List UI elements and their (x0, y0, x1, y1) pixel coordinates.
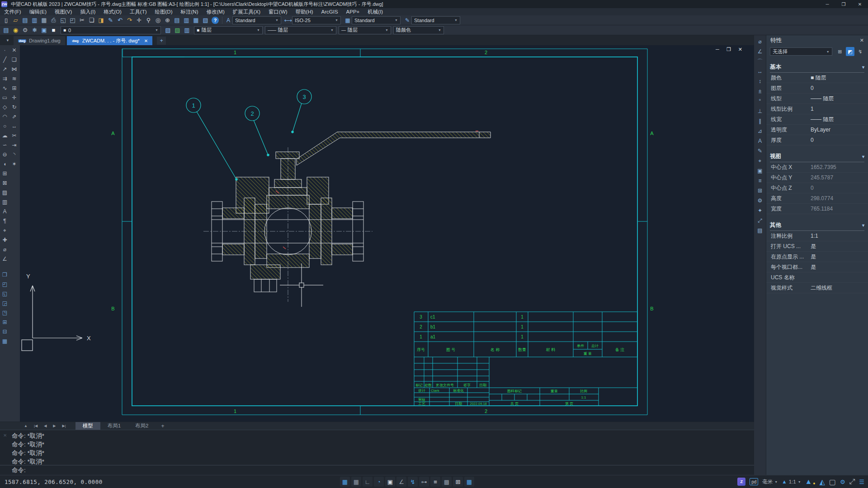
workspace-icon[interactable]: ▢ (829, 478, 836, 486)
stretch-icon[interactable]: ↔ (9, 121, 19, 131)
layer-select[interactable]: ■ 0 ▼ (61, 26, 161, 34)
publish-icon[interactable]: ◰ (68, 16, 77, 24)
selection-type-select[interactable]: 无选择 ▼ (770, 47, 832, 56)
menu-item[interactable]: 绘图(D) (151, 8, 177, 15)
transparency-icon[interactable]: ▩ (442, 477, 452, 487)
menu-item[interactable]: 帮助(H) (292, 8, 317, 15)
cut-icon[interactable]: ✂ (77, 16, 87, 24)
mleader-style-combo[interactable]: ✎ Standard▼ (403, 16, 460, 24)
property-row[interactable]: 打开 UCS ...是 (766, 241, 868, 252)
ellipse-icon[interactable]: ⊖ (0, 150, 9, 159)
doc-close-button[interactable]: ✕ (738, 47, 742, 52)
annotation-text-icon[interactable]: A (755, 136, 765, 146)
text-style-combo[interactable]: A Standard▼ (224, 16, 281, 24)
valve-hatched-parts[interactable] (222, 132, 491, 279)
copy-object-icon[interactable]: ❏ (9, 55, 19, 64)
menu-item[interactable]: 修改(M) (202, 8, 228, 15)
ucs-icon-tool[interactable]: ◳ (0, 308, 9, 317)
match-properties-icon[interactable]: ✎ (106, 16, 115, 24)
symbol-icon[interactable]: ▣ (755, 166, 765, 176)
insert-block-icon[interactable]: ⊞ (0, 169, 9, 178)
property-row[interactable]: 厚度0 (766, 135, 868, 145)
menu-item[interactable]: 扩展工具(X) (229, 8, 264, 15)
property-row[interactable]: 在原点显示 ...是 (766, 252, 868, 262)
save-icon[interactable]: ▤ (20, 16, 30, 24)
dim-angular-icon[interactable]: ∠ (755, 47, 765, 56)
zoom-window-icon[interactable]: ◎ (153, 16, 163, 24)
plotstyle-select[interactable]: 随颜色 ▼ (393, 26, 444, 34)
menu-item[interactable]: 插入(I) (76, 8, 99, 15)
dim-style-combo[interactable]: ⟷ ISO-25▼ (284, 16, 341, 24)
perpendicular-icon[interactable]: ⊥ (755, 106, 765, 116)
lineweight-display-icon[interactable]: ≡ (430, 477, 440, 487)
paste-icon[interactable]: ◨ (96, 16, 106, 24)
property-row[interactable]: 中心点 X1652.7395 (766, 162, 868, 173)
doc-tab-active[interactable]: dwg ZWCADM. . . - 序号. dwg* ✕ (67, 36, 153, 45)
open-folder-icon[interactable]: ▱ (11, 16, 20, 24)
tabs-expand-icon[interactable]: ▲ (21, 424, 31, 428)
angular-dim-icon[interactable]: ∠ (0, 254, 9, 263)
section-header-view[interactable]: 视图 ▾ (770, 153, 864, 162)
command-window[interactable]: ✕ 命令: *取消*命令: *取消*命令: *取消*命令: *取消* 命令: (0, 430, 754, 475)
last-tab-icon[interactable]: ▶| (59, 424, 69, 428)
polygon-icon[interactable]: ◇ (0, 102, 9, 112)
expand-icon[interactable]: ⤢ (755, 216, 765, 225)
layout-viewport-icon[interactable]: ⊞ (0, 317, 9, 327)
mtext-icon[interactable]: ¶ (0, 216, 9, 225)
text-icon[interactable]: A (0, 206, 9, 216)
close-button[interactable]: ✕ (852, 2, 868, 7)
close-icon[interactable]: ✕ (860, 38, 864, 43)
offset-icon[interactable]: ≋ (9, 74, 19, 83)
layer-on-off-icon[interactable]: ◉ (11, 26, 20, 34)
sheet-set-icon[interactable]: ▧ (201, 16, 210, 24)
menu-item[interactable]: 机械(I) (363, 8, 387, 15)
polar-tracking-icon[interactable]: ◔ (374, 477, 384, 487)
sheet-frame[interactable] (122, 49, 647, 415)
table-icon[interactable]: ⊞ (755, 186, 765, 196)
extend-icon[interactable]: ⇥ (9, 140, 19, 150)
command-input[interactable]: 命令: (0, 465, 754, 475)
rotate-icon[interactable]: ↻ (9, 102, 19, 112)
gear-icon[interactable]: ⚙ (840, 479, 845, 485)
circle-icon[interactable]: ○ (0, 121, 9, 131)
selection-cycling-icon[interactable]: ⊞ (453, 477, 463, 487)
hatch-icon[interactable]: ▨ (0, 188, 9, 197)
new-document-button[interactable]: + (157, 37, 166, 45)
named-views-icon[interactable]: ◰ (0, 279, 9, 289)
menu-item[interactable]: 窗口(W) (264, 8, 292, 15)
center-mark-icon[interactable]: ⌖ (755, 156, 765, 166)
explode-icon[interactable]: ✶ (9, 159, 19, 169)
property-row[interactable]: 图层0 (766, 83, 868, 94)
menu-item[interactable]: ArcGIS (317, 8, 342, 15)
undo-icon[interactable]: ↶ (115, 16, 125, 24)
layer-isolate-icon[interactable]: ▨ (173, 26, 182, 34)
property-row[interactable]: 视觉样式二维线框 (766, 283, 868, 293)
redo-icon[interactable]: ↷ (125, 16, 134, 24)
layout-tab[interactable]: 模型 (75, 422, 100, 430)
linetype-select[interactable]: —— 随层 ▼ (265, 26, 336, 34)
export-icon[interactable]: ▦ (39, 16, 49, 24)
toggle-pickadd-icon[interactable]: ◩ (846, 47, 854, 56)
diameter-dim-icon[interactable]: ⌀ (0, 244, 9, 254)
star-icon[interactable]: ✦ (755, 206, 765, 216)
array-icon[interactable]: ⊞ (9, 83, 19, 93)
copy-icon[interactable]: ❏ (87, 16, 96, 24)
property-row[interactable]: 线宽—— 随层 (766, 114, 868, 125)
bom-table[interactable] (414, 312, 637, 406)
menu-item[interactable]: 标注(N) (177, 8, 203, 15)
dim-arc-icon[interactable]: ⌒ (755, 56, 765, 66)
dim-horizontal-icon[interactable]: ↔ (755, 66, 765, 76)
taper-icon[interactable]: ⊿ (755, 126, 765, 136)
layer-freeze-icon[interactable]: ❄ (30, 26, 39, 34)
ellipse-arc-icon[interactable]: ◖ (0, 159, 9, 169)
list-icon[interactable]: ≡ (755, 176, 765, 186)
menu-item[interactable]: 工具(T) (126, 8, 151, 15)
layer-properties-icon[interactable]: ▤ (1, 26, 11, 34)
viewports-icon[interactable]: ❐ (0, 270, 9, 279)
panel-icon[interactable]: ▤ (755, 225, 765, 235)
property-row[interactable]: 宽度765.1184 (766, 204, 868, 214)
annotation-scale-select[interactable]: ▲ 1:1 ▼ (782, 479, 801, 484)
snap-tracking-icon[interactable]: ∠ (396, 477, 406, 487)
doc-minimize-button[interactable]: ─ (716, 47, 719, 52)
annotation-visibility-icon[interactable]: ▲ (805, 478, 812, 486)
